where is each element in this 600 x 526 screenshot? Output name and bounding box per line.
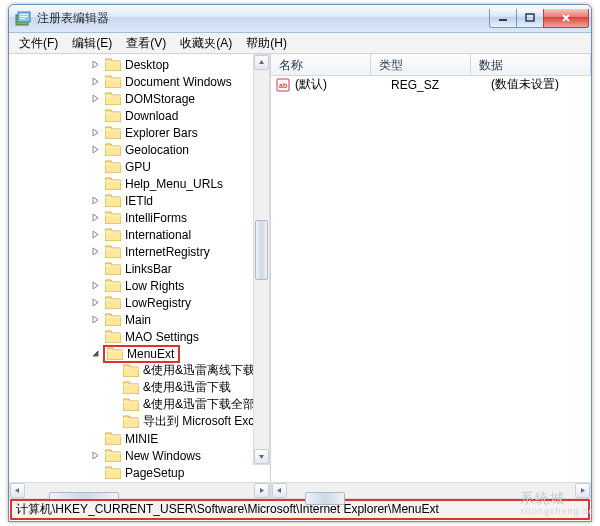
tree-vscrollbar[interactable] [253, 54, 270, 465]
scroll-right-button[interactable] [575, 483, 590, 498]
tree-item-label: Help_Menu_URLs [125, 177, 225, 191]
tree-item[interactable]: Desktop [9, 56, 270, 73]
chevron-right-icon[interactable] [89, 297, 101, 309]
tree-item-label: New Windows [125, 449, 203, 463]
scroll-thumb[interactable] [49, 492, 119, 500]
cell-type: REG_SZ [387, 78, 487, 92]
tree-item-label: LinksBar [125, 262, 174, 276]
maximize-button[interactable] [516, 9, 544, 28]
chevron-right-icon[interactable] [89, 59, 101, 71]
tree-item[interactable]: MAO Settings [9, 328, 270, 345]
tree-item[interactable]: MINIE [9, 430, 270, 447]
tree-item[interactable]: DOMStorage [9, 90, 270, 107]
scroll-left-button[interactable] [10, 483, 25, 498]
tree-item-label: DOMStorage [125, 92, 197, 106]
scroll-down-button[interactable] [254, 449, 269, 464]
tree-hscrollbar[interactable] [9, 482, 270, 499]
no-arrow [89, 110, 101, 122]
folder-icon [105, 432, 121, 446]
tree-item[interactable]: Document Windows [9, 73, 270, 90]
chevron-right-icon[interactable] [89, 195, 101, 207]
list-row[interactable]: ab(默认)REG_SZ(数值未设置) [271, 76, 591, 93]
menu-favorites[interactable]: 收藏夹(A) [174, 33, 238, 54]
tree-item[interactable]: Help_Menu_URLs [9, 175, 270, 192]
tree-item[interactable]: IETld [9, 192, 270, 209]
tree-item[interactable]: LowRegistry [9, 294, 270, 311]
tree-item[interactable]: Explorer Bars [9, 124, 270, 141]
list-body[interactable]: ab(默认)REG_SZ(数值未设置) [271, 76, 591, 482]
chevron-right-icon[interactable] [89, 93, 101, 105]
highlighted-node: MenuExt [103, 345, 180, 363]
tree-item-label: IntelliForms [125, 211, 189, 225]
chevron-right-icon[interactable] [89, 314, 101, 326]
folder-icon [105, 92, 121, 106]
chevron-right-icon[interactable] [89, 229, 101, 241]
scroll-thumb[interactable] [255, 220, 268, 280]
svg-text:ab: ab [279, 82, 287, 89]
tree-item-label: Document Windows [125, 75, 234, 89]
close-button[interactable] [543, 9, 589, 28]
scroll-up-button[interactable] [254, 55, 269, 70]
folder-icon [105, 466, 121, 480]
chevron-right-icon[interactable] [89, 127, 101, 139]
minimize-button[interactable] [489, 9, 517, 28]
tree-item-label: IETld [125, 194, 155, 208]
chevron-right-icon[interactable] [89, 212, 101, 224]
scroll-track[interactable] [254, 70, 269, 449]
regedit-window: 注册表编辑器 文件(F) 编辑(E) 查看(V) 收藏夹(A) 帮助(H) De… [8, 4, 592, 522]
chevron-right-icon[interactable] [89, 76, 101, 88]
tree-item[interactable]: LinksBar [9, 260, 270, 277]
list-header: 名称 类型 数据 [271, 54, 591, 76]
tree-item-label: MenuExt [127, 347, 176, 361]
content-splitter: DesktopDocument WindowsDOMStorageDownloa… [9, 54, 591, 499]
folder-icon [105, 143, 121, 157]
scroll-left-button[interactable] [272, 483, 287, 498]
folder-icon [107, 347, 123, 361]
tree-item[interactable]: IntelliForms [9, 209, 270, 226]
tree-item[interactable]: PageSetup [9, 464, 270, 481]
tree-item[interactable]: &使用&迅雷下载 [9, 379, 270, 396]
list-hscrollbar[interactable] [271, 482, 591, 499]
scroll-right-button[interactable] [254, 483, 269, 498]
scroll-thumb[interactable] [305, 492, 345, 505]
cell-name: (默认) [295, 76, 387, 93]
folder-icon [105, 75, 121, 89]
tree-item[interactable]: Download [9, 107, 270, 124]
col-header-name[interactable]: 名称 [271, 54, 371, 75]
tree-item[interactable]: 导出到 Microsoft Exc [9, 413, 270, 430]
folder-icon [105, 245, 121, 259]
col-header-data[interactable]: 数据 [471, 54, 591, 75]
tree-item[interactable]: New Windows [9, 447, 270, 464]
value-list-pane: 名称 类型 数据 ab(默认)REG_SZ(数值未设置) [271, 54, 591, 499]
tree-item-label: InternetRegistry [125, 245, 212, 259]
tree-item[interactable]: InternetRegistry [9, 243, 270, 260]
menu-file[interactable]: 文件(F) [13, 33, 64, 54]
tree-item[interactable]: &使用&迅雷离线下载 [9, 362, 270, 379]
folder-icon [105, 126, 121, 140]
chevron-right-icon[interactable] [89, 450, 101, 462]
chevron-right-icon[interactable] [89, 144, 101, 156]
no-arrow [107, 416, 119, 428]
chevron-right-icon[interactable] [89, 280, 101, 292]
tree-item[interactable]: Main [9, 311, 270, 328]
tree-item[interactable]: GPU [9, 158, 270, 175]
tree-item[interactable]: &使用&迅雷下载全部 [9, 396, 270, 413]
chevron-right-icon[interactable] [89, 246, 101, 258]
menu-edit[interactable]: 编辑(E) [66, 33, 118, 54]
window-title: 注册表编辑器 [37, 10, 490, 27]
tree-item[interactable]: MenuExt [9, 345, 270, 362]
tree-item[interactable]: International [9, 226, 270, 243]
tree-item-label: LowRegistry [125, 296, 193, 310]
chevron-down-icon[interactable] [89, 348, 101, 360]
tree-item[interactable]: Geolocation [9, 141, 270, 158]
svg-rect-5 [499, 19, 507, 21]
col-header-type[interactable]: 类型 [371, 54, 471, 75]
tree[interactable]: DesktopDocument WindowsDOMStorageDownloa… [9, 54, 270, 481]
no-arrow [107, 365, 119, 377]
folder-icon [105, 109, 121, 123]
menu-help[interactable]: 帮助(H) [240, 33, 293, 54]
titlebar[interactable]: 注册表编辑器 [9, 5, 591, 33]
tree-item-label: Download [125, 109, 180, 123]
tree-item[interactable]: Low Rights [9, 277, 270, 294]
menu-view[interactable]: 查看(V) [120, 33, 172, 54]
